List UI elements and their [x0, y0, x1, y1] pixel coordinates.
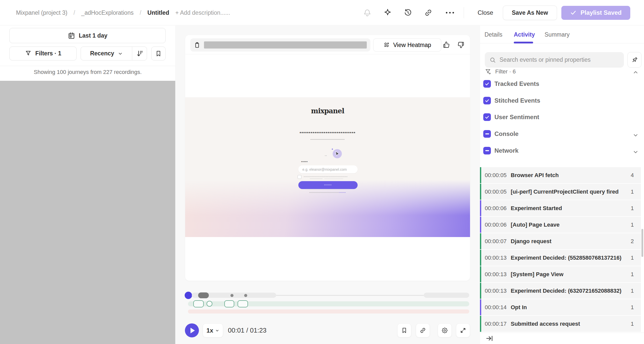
funnel-plus-icon — [485, 68, 492, 75]
event-row[interactable]: 00:00:13 Experiment Decided: (5528580768… — [480, 250, 641, 266]
timeline-event-marker[interactable] — [238, 300, 248, 307]
event-row[interactable]: 00:00:13 [System] Page View 1 — [480, 266, 641, 282]
session-replay-app: Mixpanel (project 3) / _adHocExploration… — [0, 0, 644, 344]
filters-label: Filters · 1 — [35, 50, 61, 57]
tab-activity[interactable]: Activity — [514, 26, 535, 43]
playback-speed-button[interactable]: 1x — [203, 323, 223, 337]
redacted-consent-text: ****************************************… — [304, 176, 348, 178]
event-label: Experiment Decided: (6320721652088832) — [511, 283, 621, 299]
mouse-cursor-icon — [335, 151, 340, 157]
expand-console-chevron-down-icon[interactable] — [633, 132, 639, 138]
report-title[interactable]: Untitled — [148, 9, 169, 16]
timeline-activity-track[interactable] — [424, 293, 469, 298]
check-icon — [485, 81, 490, 86]
pinned-properties-button[interactable] — [627, 52, 641, 68]
submit-button-redacted[interactable]: ****** — [298, 181, 358, 189]
timeline-error-track[interactable] — [188, 309, 469, 314]
breadcrumb: Mixpanel (project 3) / _adHocExploration… — [16, 0, 230, 25]
event-time: 00:00:13 — [485, 250, 507, 266]
player-settings-button[interactable] — [438, 323, 452, 337]
timeline-idle-track[interactable] — [276, 295, 424, 296]
timeline-event-marker[interactable] — [193, 300, 204, 307]
event-row[interactable]: 00:00:13 Experiment Decided: (6320721652… — [480, 283, 641, 299]
event-time: 00:00:13 — [485, 266, 507, 282]
search-input[interactable]: Search events or pinned properties — [485, 52, 624, 68]
event-row[interactable]: 00:00:17 Submitted access request 1 — [480, 316, 641, 332]
share-link-button[interactable] — [416, 323, 430, 337]
sort-descending-icon — [136, 50, 143, 57]
panel-tabs: Details Activity Summary — [480, 26, 644, 43]
event-type-indicator — [480, 266, 481, 282]
notifications-bell-icon[interactable] — [362, 8, 372, 18]
checkbox-checked[interactable] — [483, 113, 491, 121]
activity-panel: Details Activity Summary Search events o… — [480, 26, 644, 344]
event-time: 00:00:06 — [485, 217, 507, 233]
view-heatmap-button[interactable]: View Heatmap — [373, 38, 441, 52]
checkbox-indeterminate[interactable] — [483, 130, 491, 138]
event-time: 00:00:17 — [485, 316, 507, 332]
timeline-event-marker[interactable] — [207, 301, 212, 307]
timeline-event-dot — [244, 294, 247, 297]
event-type-indicator — [480, 283, 481, 299]
replay-stage: View Heatmap mixpanel ******************… — [185, 35, 470, 281]
ai-sparkle-icon[interactable] — [383, 8, 392, 18]
event-row[interactable]: 00:00:06 [Auto] Page Leave 1 — [480, 217, 641, 233]
checkbox-checked[interactable] — [483, 97, 491, 104]
play-button[interactable] — [185, 323, 199, 337]
expand-network-chevron-down-icon[interactable] — [633, 149, 639, 155]
thumbs-up-icon[interactable] — [443, 41, 450, 49]
event-row[interactable]: 00:00:06 Experiment Started 1 — [480, 200, 641, 216]
sort-by-dropdown[interactable]: Recency — [81, 50, 132, 57]
events-scrollbar[interactable] — [641, 229, 643, 257]
copy-link-icon[interactable] — [423, 8, 433, 18]
expand-icon — [460, 327, 466, 334]
event-count: 1 — [631, 184, 634, 200]
event-row[interactable]: 00:00:07 Django request 2 — [480, 233, 641, 249]
collapse-filters-chevron-up-icon[interactable] — [633, 69, 639, 75]
panel-footer — [480, 333, 644, 344]
clipboard-icon[interactable] — [194, 42, 200, 48]
replay-url-bar — [190, 38, 370, 52]
event-type-indicator — [480, 233, 481, 249]
search-placeholder: Search events or pinned properties — [500, 56, 591, 63]
add-description-button[interactable]: + Add description...... — [175, 9, 230, 16]
redacted-link[interactable]: ****** — [339, 192, 346, 194]
journeys-summary-text: Showing 100 journeys from 227 recordings… — [0, 69, 175, 75]
filter-label: Tracked Events — [494, 80, 539, 87]
close-button[interactable]: Close — [474, 7, 497, 19]
fullscreen-button[interactable] — [456, 323, 470, 337]
playlist-saved-button[interactable]: Playlist Saved — [561, 6, 630, 20]
checkbox-indeterminate[interactable] — [483, 147, 491, 154]
save-as-new-button[interactable]: Save As New — [503, 6, 557, 20]
collapse-panel-icon[interactable] — [486, 335, 493, 342]
breadcrumb-project[interactable]: Mixpanel (project 3) — [16, 9, 67, 16]
saved-views-button[interactable] — [151, 46, 166, 60]
event-time: 00:00:07 — [485, 233, 507, 249]
date-range-button[interactable]: Last 1 day — [9, 28, 166, 43]
timeline-event-marker[interactable] — [224, 300, 234, 307]
breadcrumb-board[interactable]: _adHocExplorations — [81, 9, 134, 16]
email-field[interactable] — [298, 165, 358, 173]
history-icon[interactable] — [403, 8, 413, 18]
more-options-icon[interactable] — [446, 12, 454, 13]
checkbox-checked[interactable] — [483, 80, 491, 88]
event-row[interactable]: 00:00:14 Opt In 1 — [480, 299, 641, 315]
tab-summary[interactable]: Summary — [545, 26, 569, 43]
tab-details[interactable]: Details — [485, 26, 502, 43]
event-filter-header[interactable]: Filter · 6 — [485, 68, 516, 76]
sort-direction-button[interactable] — [132, 50, 147, 57]
thumbs-down-icon[interactable] — [457, 41, 465, 49]
filters-button[interactable]: Filters · 1 — [9, 46, 77, 60]
event-count: 2 — [631, 233, 634, 249]
event-count: 1 — [631, 283, 634, 299]
timeline-playhead[interactable] — [185, 292, 192, 299]
replay-toolbar: View Heatmap — [185, 35, 470, 54]
bookmark-icon — [155, 50, 162, 57]
event-row[interactable]: 00:00:05 [ui-perf] CurrentProjectClient … — [480, 184, 641, 200]
heatmap-icon — [383, 42, 390, 49]
bookmark-moment-button[interactable] — [397, 323, 411, 337]
consent-checkbox[interactable] — [298, 175, 301, 179]
header-divider — [464, 7, 464, 18]
event-row[interactable]: 00:00:05 Browser API fetch 4 — [480, 167, 641, 183]
mixpanel-logo: mixpanel — [185, 107, 470, 115]
